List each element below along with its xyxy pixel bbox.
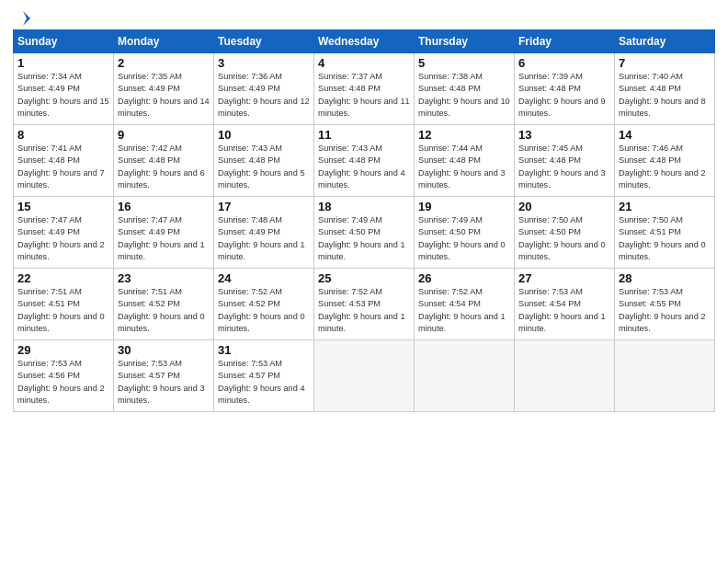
day-info: Sunrise: 7:38 AMSunset: 4:48 PMDaylight:… bbox=[418, 71, 510, 120]
day-info: Sunrise: 7:47 AMSunset: 4:49 PMDaylight:… bbox=[118, 214, 210, 263]
day-number: 27 bbox=[518, 271, 610, 285]
day-number: 9 bbox=[118, 128, 210, 142]
table-row: 31 Sunrise: 7:53 AMSunset: 4:57 PMDaylig… bbox=[214, 340, 314, 412]
table-row: 13 Sunrise: 7:45 AMSunset: 4:48 PMDaylig… bbox=[515, 125, 615, 197]
day-info: Sunrise: 7:47 AMSunset: 4:49 PMDaylight:… bbox=[17, 214, 109, 263]
day-info: Sunrise: 7:41 AMSunset: 4:48 PMDaylight:… bbox=[17, 143, 109, 191]
day-number: 23 bbox=[118, 271, 210, 285]
table-row: 1 Sunrise: 7:34 AMSunset: 4:49 PMDayligh… bbox=[14, 53, 114, 125]
calendar-week-4: 22 Sunrise: 7:51 AMSunset: 4:51 PMDaylig… bbox=[14, 269, 715, 340]
day-info: Sunrise: 7:45 AMSunset: 4:48 PMDaylight:… bbox=[518, 143, 610, 191]
day-header-friday: Friday bbox=[515, 30, 615, 53]
table-row bbox=[515, 340, 615, 412]
day-info: Sunrise: 7:39 AMSunset: 4:48 PMDaylight:… bbox=[518, 71, 610, 120]
day-number: 12 bbox=[418, 128, 510, 142]
day-info: Sunrise: 7:52 AMSunset: 4:54 PMDaylight:… bbox=[418, 286, 510, 335]
day-number: 28 bbox=[619, 271, 711, 285]
day-number: 7 bbox=[619, 56, 711, 70]
calendar-week-3: 15 Sunrise: 7:47 AMSunset: 4:49 PMDaylig… bbox=[14, 197, 715, 269]
table-row: 16 Sunrise: 7:47 AMSunset: 4:49 PMDaylig… bbox=[114, 197, 214, 269]
day-info: Sunrise: 7:51 AMSunset: 4:52 PMDaylight:… bbox=[118, 286, 210, 335]
table-row: 14 Sunrise: 7:46 AMSunset: 4:48 PMDaylig… bbox=[615, 125, 715, 197]
table-row: 24 Sunrise: 7:52 AMSunset: 4:52 PMDaylig… bbox=[214, 269, 314, 340]
day-number: 6 bbox=[518, 56, 610, 70]
table-row: 8 Sunrise: 7:41 AMSunset: 4:48 PMDayligh… bbox=[14, 125, 114, 197]
page: SundayMondayTuesdayWednesdayThursdayFrid… bbox=[0, 0, 728, 563]
table-row: 20 Sunrise: 7:50 AMSunset: 4:50 PMDaylig… bbox=[515, 197, 615, 269]
calendar-week-5: 29 Sunrise: 7:53 AMSunset: 4:56 PMDaylig… bbox=[14, 340, 715, 412]
logo bbox=[13, 9, 33, 24]
table-row: 28 Sunrise: 7:53 AMSunset: 4:55 PMDaylig… bbox=[615, 269, 715, 340]
day-info: Sunrise: 7:40 AMSunset: 4:48 PMDaylight:… bbox=[619, 71, 711, 120]
day-info: Sunrise: 7:52 AMSunset: 4:52 PMDaylight:… bbox=[218, 286, 310, 335]
day-info: Sunrise: 7:53 AMSunset: 4:57 PMDaylight:… bbox=[218, 358, 310, 407]
day-info: Sunrise: 7:52 AMSunset: 4:53 PMDaylight:… bbox=[318, 286, 410, 335]
day-info: Sunrise: 7:49 AMSunset: 4:50 PMDaylight:… bbox=[418, 214, 510, 263]
day-header-saturday: Saturday bbox=[615, 30, 715, 53]
day-info: Sunrise: 7:50 AMSunset: 4:50 PMDaylight:… bbox=[518, 214, 610, 263]
table-row bbox=[314, 340, 415, 412]
day-info: Sunrise: 7:53 AMSunset: 4:55 PMDaylight:… bbox=[619, 286, 711, 335]
day-info: Sunrise: 7:34 AMSunset: 4:49 PMDaylight:… bbox=[17, 71, 109, 120]
day-info: Sunrise: 7:42 AMSunset: 4:48 PMDaylight:… bbox=[118, 143, 210, 191]
table-row: 10 Sunrise: 7:43 AMSunset: 4:48 PMDaylig… bbox=[214, 125, 314, 197]
table-row: 5 Sunrise: 7:38 AMSunset: 4:48 PMDayligh… bbox=[415, 53, 515, 125]
day-number: 20 bbox=[518, 200, 610, 213]
logo-icon bbox=[14, 9, 32, 28]
day-header-wednesday: Wednesday bbox=[314, 30, 415, 53]
day-info: Sunrise: 7:35 AMSunset: 4:49 PMDaylight:… bbox=[118, 71, 210, 120]
svg-marker-0 bbox=[23, 11, 30, 26]
day-number: 30 bbox=[118, 343, 210, 357]
day-number: 29 bbox=[17, 343, 109, 357]
day-info: Sunrise: 7:53 AMSunset: 4:56 PMDaylight:… bbox=[17, 358, 109, 407]
day-number: 21 bbox=[619, 200, 711, 213]
day-number: 15 bbox=[17, 200, 109, 213]
table-row: 22 Sunrise: 7:51 AMSunset: 4:51 PMDaylig… bbox=[14, 269, 114, 340]
day-info: Sunrise: 7:43 AMSunset: 4:48 PMDaylight:… bbox=[318, 143, 410, 191]
day-number: 14 bbox=[619, 128, 711, 142]
table-row: 6 Sunrise: 7:39 AMSunset: 4:48 PMDayligh… bbox=[515, 53, 615, 125]
day-number: 8 bbox=[17, 128, 109, 142]
table-row: 15 Sunrise: 7:47 AMSunset: 4:49 PMDaylig… bbox=[14, 197, 114, 269]
day-info: Sunrise: 7:37 AMSunset: 4:48 PMDaylight:… bbox=[318, 71, 410, 120]
day-info: Sunrise: 7:43 AMSunset: 4:48 PMDaylight:… bbox=[218, 143, 310, 191]
table-row: 21 Sunrise: 7:50 AMSunset: 4:51 PMDaylig… bbox=[615, 197, 715, 269]
day-number: 22 bbox=[17, 271, 109, 285]
table-row: 4 Sunrise: 7:37 AMSunset: 4:48 PMDayligh… bbox=[314, 53, 415, 125]
day-number: 31 bbox=[218, 343, 310, 357]
day-number: 18 bbox=[318, 200, 410, 213]
day-number: 4 bbox=[318, 56, 410, 70]
day-header-thursday: Thursday bbox=[415, 30, 515, 53]
table-row: 12 Sunrise: 7:44 AMSunset: 4:48 PMDaylig… bbox=[415, 125, 515, 197]
table-row: 30 Sunrise: 7:53 AMSunset: 4:57 PMDaylig… bbox=[114, 340, 214, 412]
day-header-tuesday: Tuesday bbox=[214, 30, 314, 53]
day-header-sunday: Sunday bbox=[14, 30, 114, 53]
day-info: Sunrise: 7:36 AMSunset: 4:49 PMDaylight:… bbox=[218, 71, 310, 120]
day-number: 25 bbox=[318, 271, 410, 285]
calendar-header-row: SundayMondayTuesdayWednesdayThursdayFrid… bbox=[14, 30, 715, 53]
day-number: 3 bbox=[218, 56, 310, 70]
header bbox=[13, 9, 715, 24]
table-row bbox=[415, 340, 515, 412]
table-row: 25 Sunrise: 7:52 AMSunset: 4:53 PMDaylig… bbox=[314, 269, 415, 340]
day-info: Sunrise: 7:50 AMSunset: 4:51 PMDaylight:… bbox=[619, 214, 711, 263]
table-row: 7 Sunrise: 7:40 AMSunset: 4:48 PMDayligh… bbox=[615, 53, 715, 125]
day-info: Sunrise: 7:53 AMSunset: 4:57 PMDaylight:… bbox=[118, 358, 210, 407]
table-row: 3 Sunrise: 7:36 AMSunset: 4:49 PMDayligh… bbox=[214, 53, 314, 125]
calendar-week-1: 1 Sunrise: 7:34 AMSunset: 4:49 PMDayligh… bbox=[14, 53, 715, 125]
day-number: 16 bbox=[118, 200, 210, 213]
day-info: Sunrise: 7:44 AMSunset: 4:48 PMDaylight:… bbox=[418, 143, 510, 191]
day-header-monday: Monday bbox=[114, 30, 214, 53]
day-number: 11 bbox=[318, 128, 410, 142]
day-number: 17 bbox=[218, 200, 310, 213]
day-number: 5 bbox=[418, 56, 510, 70]
table-row: 17 Sunrise: 7:48 AMSunset: 4:49 PMDaylig… bbox=[214, 197, 314, 269]
table-row: 18 Sunrise: 7:49 AMSunset: 4:50 PMDaylig… bbox=[314, 197, 415, 269]
day-info: Sunrise: 7:49 AMSunset: 4:50 PMDaylight:… bbox=[318, 214, 410, 263]
day-info: Sunrise: 7:48 AMSunset: 4:49 PMDaylight:… bbox=[218, 214, 310, 263]
table-row: 26 Sunrise: 7:52 AMSunset: 4:54 PMDaylig… bbox=[415, 269, 515, 340]
day-number: 24 bbox=[218, 271, 310, 285]
table-row: 23 Sunrise: 7:51 AMSunset: 4:52 PMDaylig… bbox=[114, 269, 214, 340]
table-row: 11 Sunrise: 7:43 AMSunset: 4:48 PMDaylig… bbox=[314, 125, 415, 197]
day-number: 1 bbox=[17, 56, 109, 70]
